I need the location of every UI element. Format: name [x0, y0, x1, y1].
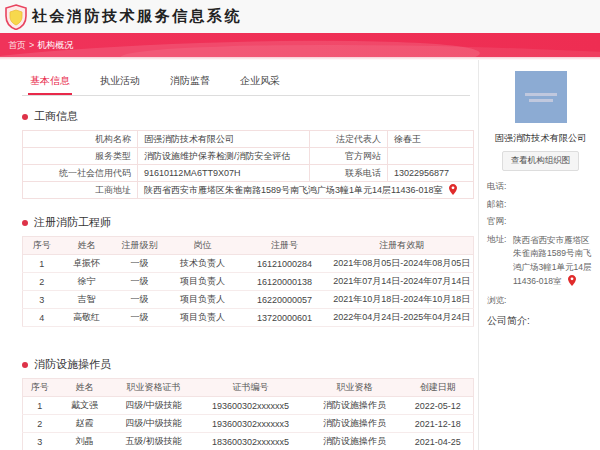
tab-company-showcase[interactable]: 企业风采	[238, 68, 282, 95]
service-type-value: 消防设施维护保养检测/消防安全评估	[138, 148, 310, 165]
website-label: 官网:	[487, 216, 513, 227]
table-cell: 四级/中级技能	[113, 415, 195, 433]
section-dot-icon	[22, 362, 28, 368]
table-header-row: 序号姓名注册级别岗位注册号注册有效期	[23, 237, 474, 255]
table-cell: 2	[23, 273, 61, 291]
phone-label: 电话:	[487, 181, 513, 192]
table-cell: 4	[23, 309, 61, 327]
credit-code-value: 91610112MA6TT9X07H	[138, 165, 310, 182]
phone-value	[513, 181, 594, 192]
sidebar-views-row: 浏览:	[487, 295, 594, 306]
column-header: 证书编号	[195, 379, 307, 397]
app-header: 社会消防技术服务信息系统	[0, 0, 600, 33]
legal-rep-value: 徐春王	[388, 131, 474, 148]
legal-rep-label: 法定代表人	[310, 131, 388, 148]
table-row: 1卓振怀一级技术负责人161210002842021年08月05日-2024年0…	[23, 255, 474, 273]
section-dot-icon	[22, 220, 28, 226]
tab-practice-activity[interactable]: 执业活动	[98, 68, 142, 95]
table-cell: 消防设施操作员	[307, 397, 403, 415]
column-header: 职业资格	[307, 379, 403, 397]
table-cell: 项目负责人	[167, 273, 239, 291]
section-engineers: 注册消防工程师	[22, 215, 470, 230]
table-cell: 1	[23, 255, 61, 273]
table-cell: 2021-12-18	[403, 415, 474, 433]
org-name-label: 机构名称	[23, 131, 138, 148]
table-cell: 2022-05-12	[403, 397, 474, 415]
business-address-value: 陕西省西安市雁塔区朱雀南路1589号南飞鸿广场3幢1单元14层11436-018…	[144, 185, 442, 195]
operators-table: 序号姓名职业资格证书证书编号职业资格创建日期 1戴文强四级/中级技能193600…	[22, 378, 474, 450]
table-cell: 高敬红	[61, 309, 113, 327]
table-cell: 一级	[113, 309, 167, 327]
table-cell: 戴文强	[57, 397, 113, 415]
table-cell: 193600302xxxxxx3	[195, 415, 307, 433]
breadcrumb: 首页>机构概况	[8, 39, 73, 52]
table-row: 统一社会信用代码 91610112MA6TT9X07H 联系电话 1302295…	[23, 165, 474, 182]
table-row: 2赵霞四级/中级技能193600302xxxxxx3消防设施操作员2021-12…	[23, 415, 474, 433]
tab-bar: 基本信息 执业活动 消防监督 企业风采	[22, 68, 470, 96]
table-cell: 徐宁	[61, 273, 113, 291]
table-cell: 2021年07月14日-2024年07月14日	[331, 273, 474, 291]
column-header: 岗位	[167, 237, 239, 255]
sidebar-address-row: 地址: 陕西省西安市雁塔区朱雀南路1589号南飞鸿广场3幢1单元14层11436…	[487, 234, 594, 288]
section-dot-icon	[22, 114, 28, 120]
table-row: 2徐宁一级项目负责人161200001382021年07月14日-2024年07…	[23, 273, 474, 291]
table-cell: 3	[23, 291, 61, 309]
table-cell: 消防设施操作员	[307, 415, 403, 433]
column-header: 职业资格证书	[113, 379, 195, 397]
column-header: 创建日期	[403, 379, 474, 397]
table-cell: 2021年08月05日-2024年08月05日	[331, 255, 474, 273]
business-address-label: 工商地址	[23, 182, 138, 199]
table-cell: 16120000138	[239, 273, 331, 291]
column-header: 注册号	[239, 237, 331, 255]
column-header: 姓名	[61, 237, 113, 255]
sidebar-email-row: 邮箱:	[487, 199, 594, 210]
table-header-row: 序号姓名职业资格证书证书编号职业资格创建日期	[23, 379, 474, 397]
credit-code-label: 统一社会信用代码	[23, 165, 138, 182]
breadcrumb-home[interactable]: 首页	[8, 40, 26, 50]
table-cell: 一级	[113, 255, 167, 273]
column-header: 序号	[23, 237, 61, 255]
email-label: 邮箱:	[487, 199, 513, 210]
breadcrumb-current: 机构概况	[37, 40, 73, 50]
tab-fire-supervision[interactable]: 消防监督	[168, 68, 212, 95]
company-logo-image	[515, 71, 567, 123]
table-row: 3刘晶五级/初级技能183600302xxxxxx5消防设施操作员2021-04…	[23, 433, 474, 450]
column-header: 注册级别	[113, 237, 167, 255]
address-value: 陕西省西安市雁塔区朱雀南路1589号南飞鸿广场3幢1单元14层11436-018…	[513, 234, 594, 288]
table-cell: 183600302xxxxxx5	[195, 433, 307, 450]
view-org-chart-button[interactable]: 查看机构组织图	[502, 151, 580, 171]
column-header: 序号	[23, 379, 57, 397]
app-title: 社会消防技术服务信息系统	[32, 7, 242, 26]
table-row: 3吉智一级项目负责人162200000572021年10月18日-2024年10…	[23, 291, 474, 309]
location-pin-icon[interactable]	[449, 184, 457, 195]
website-value	[513, 216, 594, 227]
table-cell: 一级	[113, 291, 167, 309]
table-cell: 赵霞	[57, 415, 113, 433]
location-pin-icon[interactable]	[568, 275, 576, 286]
business-info-table: 机构名称 固强消防技术有限公司 法定代表人 徐春王 服务类型 消防设施维护保养检…	[22, 130, 474, 199]
sidebar-phone-row: 电话:	[487, 181, 594, 192]
table-cell: 2021-04-25	[403, 433, 474, 450]
table-cell: 16220000057	[239, 291, 331, 309]
contact-phone-label: 联系电话	[310, 165, 388, 182]
service-type-label: 服务类型	[23, 148, 138, 165]
company-profile-label: 公司简介:	[487, 314, 594, 328]
table-cell: 1	[23, 397, 57, 415]
table-row: 工商地址 陕西省西安市雁塔区朱雀南路1589号南飞鸿广场3幢1单元14层1143…	[23, 182, 474, 199]
sidebar-website-row: 官网:	[487, 216, 594, 227]
table-cell: 吉智	[61, 291, 113, 309]
website-value	[388, 148, 474, 165]
contact-phone-value: 13022956877	[388, 165, 474, 182]
website-label: 官方网站	[310, 148, 388, 165]
tab-basic-info[interactable]: 基本信息	[28, 68, 72, 95]
table-cell: 刘晶	[57, 433, 113, 450]
table-cell: 3	[23, 433, 57, 450]
table-cell: 卓振怀	[61, 255, 113, 273]
company-sidebar: 固强消防技术有限公司 查看机构组织图 电话: 邮箱: 官网: 地址: 陕西省西安…	[478, 60, 600, 450]
table-cell: 2021年10月18日-2024年10月18日	[331, 291, 474, 309]
table-cell: 一级	[113, 273, 167, 291]
table-row: 4高敬红一级项目负责人137200006012022年04月24日-2025年0…	[23, 309, 474, 327]
table-cell: 193600302xxxxxx5	[195, 397, 307, 415]
business-address-cell: 陕西省西安市雁塔区朱雀南路1589号南飞鸿广场3幢1单元14层11436-018…	[138, 182, 474, 199]
sidebar-company-name: 固强消防技术有限公司	[491, 132, 589, 145]
